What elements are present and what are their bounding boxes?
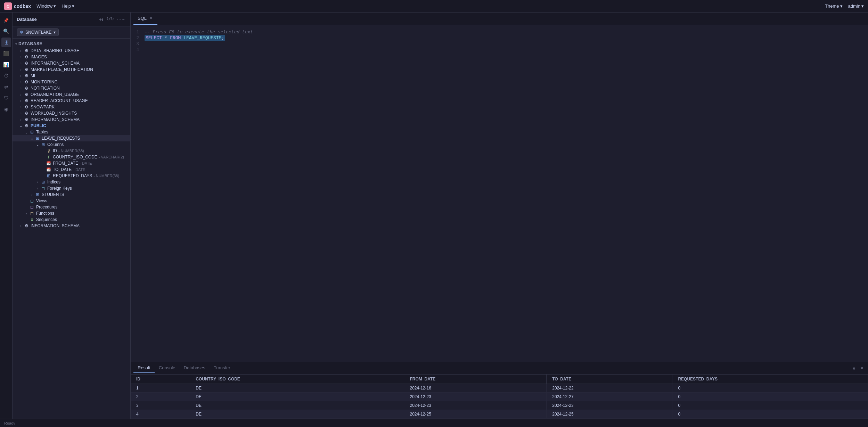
- tree-item-workload-insights[interactable]: › WORKLOAD_INSIGHTS: [13, 110, 130, 116]
- tree-item-ml[interactable]: › ML: [13, 73, 130, 79]
- tree-item-marketplace-notification[interactable]: › MARKETPLACE_NOTIFICATION: [13, 66, 130, 73]
- tree-item-label: STUDENTS: [42, 192, 64, 197]
- tree-item-columns-folder[interactable]: ⌄ ⊞ Columns: [13, 141, 130, 148]
- topbar: C codbex Window ▾ Help ▾ Theme ▾ admin ▾: [0, 0, 868, 13]
- highlighted-code: SELECT * FROM LEAVE_REQUESTS;: [145, 35, 225, 41]
- shield-icon: 🛡: [4, 95, 9, 101]
- tree-item-label: INFORMATION_SCHEMA: [31, 61, 80, 66]
- editor-line-4: 4: [131, 47, 868, 53]
- cell-country: DE: [190, 393, 404, 401]
- database-section-label: DATABASE: [18, 41, 42, 46]
- tree-item-foreign-keys-folder[interactable]: › ◻ Foreign Keys: [13, 185, 130, 191]
- columns-folder-icon: ⊞: [40, 142, 46, 147]
- cell-to-date: 2024-12-27: [547, 393, 672, 401]
- tree-item-label: Views: [36, 198, 47, 203]
- admin-menu[interactable]: admin ▾: [848, 3, 864, 9]
- nav-shield-button[interactable]: 🛡: [1, 93, 11, 103]
- tree-item-information-schema-2[interactable]: › INFORMATION_SCHEMA: [13, 116, 130, 123]
- tree-item-column-to-date[interactable]: 📅 TO_DATE - DATE: [13, 166, 130, 173]
- snowflake-connection-button[interactable]: ❄ SNOWFLAKE ▾: [17, 28, 59, 36]
- snowflake-label: SNOWFLAKE: [25, 30, 51, 35]
- tree-item-type: - NUMBER(38): [58, 149, 84, 153]
- tree-item-reader-account-usage[interactable]: › READER_ACCOUNT_USAGE: [13, 98, 130, 104]
- tabs-bar: SQL ✕: [131, 13, 868, 25]
- cell-from-date: 2024-12-25: [404, 410, 547, 419]
- window-menu[interactable]: Window ▾: [36, 3, 56, 9]
- search-icon: 🔍: [3, 28, 9, 34]
- tree-item-students[interactable]: › ⊞ STUDENTS: [13, 191, 130, 198]
- nav-pin-button[interactable]: [1, 15, 11, 25]
- database-section-header[interactable]: ▾ DATABASE: [13, 40, 130, 48]
- tree-item-images[interactable]: › IMAGES: [13, 54, 130, 60]
- topbar-menu: Window ▾ Help ▾: [36, 3, 819, 9]
- tree-item-column-country[interactable]: COUNTRY_ISO_CODE - VARCHAR(2): [13, 154, 130, 160]
- key-icon: ⚷: [46, 148, 51, 153]
- date-icon: 📅: [46, 161, 51, 166]
- tree-item-label: SNOWPARK: [31, 105, 55, 109]
- tree-item-public[interactable]: ⌄ PUBLIC: [13, 123, 130, 129]
- snowflake-selector: ❄ SNOWFLAKE ▾: [13, 26, 130, 39]
- tree-item-label: Sequences: [36, 217, 57, 222]
- tree-item-data-sharing-usage[interactable]: › DATA_SHARING_USAGE: [13, 48, 130, 54]
- tree-item-sequences-folder[interactable]: ≡ Sequences: [13, 216, 130, 223]
- tree-item-column-id[interactable]: ⚷ ID - NUMBER(38): [13, 148, 130, 154]
- tree-item-information-schema-1[interactable]: › INFORMATION_SCHEMA: [13, 60, 130, 66]
- tree-item-tables-folder[interactable]: ⌄ ⊞ Tables: [13, 129, 130, 135]
- cell-requested-days: 0: [672, 393, 868, 401]
- result-tab-console[interactable]: Console: [155, 363, 180, 373]
- tree-item-column-from-date[interactable]: 📅 FROM_DATE - DATE: [13, 160, 130, 166]
- tree-item-leave-requests[interactable]: ⌄ ⊞ LEAVE_REQUESTS: [13, 135, 130, 141]
- tree-item-label: COUNTRY_ISO_CODE: [53, 155, 97, 159]
- tab-sql[interactable]: SQL ✕: [133, 13, 157, 25]
- minimize-result-button[interactable]: ∧: [851, 365, 857, 371]
- result-tab-result[interactable]: Result: [133, 363, 155, 373]
- tree-item-organization-usage[interactable]: › ORGANIZATION_USAGE: [13, 91, 130, 98]
- tree-item-column-requested-days[interactable]: ⊞ REQUESTED_DAYS - NUMBER(38): [13, 173, 130, 179]
- help-menu[interactable]: Help ▾: [62, 3, 74, 9]
- tree-item-functions-folder[interactable]: › ◻ Functions: [13, 210, 130, 216]
- result-table: ID COUNTRY_ISO_CODE FROM_DATE TO_DATE RE…: [131, 375, 868, 419]
- chevron-right-icon: ›: [35, 187, 40, 190]
- tree-item-notification[interactable]: › NOTIFICATION: [13, 85, 130, 91]
- chevron-right-icon: ›: [18, 74, 24, 78]
- chevron-right-icon: ›: [35, 180, 40, 184]
- nav-circle-button[interactable]: ◉: [1, 104, 11, 114]
- transfer-icon: ⇄: [4, 84, 8, 90]
- tree-item-indices-folder[interactable]: › ⊞ Indices: [13, 179, 130, 185]
- tree-item-procedures-folder[interactable]: ◻ Procedures: [13, 204, 130, 210]
- cell-from-date: 2024-12-23: [404, 393, 547, 401]
- tree-item-label: INFORMATION_SCHEMA: [31, 117, 80, 122]
- tree-item-label: NOTIFICATION: [31, 86, 60, 91]
- nav-database-button[interactable]: 🗄: [1, 38, 11, 47]
- cell-requested-days: 0: [672, 401, 868, 410]
- add-connection-button[interactable]: ℹ: [98, 16, 105, 23]
- sequences-icon: ≡: [29, 217, 35, 222]
- result-tab-databases[interactable]: Databases: [180, 363, 210, 373]
- cell-requested-days: 0: [672, 410, 868, 419]
- nav-transfer-button[interactable]: ⇄: [1, 82, 11, 92]
- history-icon: ⏱: [4, 73, 9, 79]
- header-row: ID COUNTRY_ISO_CODE FROM_DATE TO_DATE RE…: [131, 375, 868, 384]
- nav-query-button[interactable]: ⬛: [1, 49, 11, 58]
- cell-requested-days: 0: [672, 384, 868, 393]
- close-result-button[interactable]: ✕: [859, 365, 865, 371]
- tree-item-views-folder[interactable]: ◻ Views: [13, 198, 130, 204]
- tree-item-type: - VARCHAR(2): [99, 155, 124, 159]
- nav-history-button[interactable]: ⏱: [1, 71, 11, 81]
- result-tab-transfer[interactable]: Transfer: [210, 363, 235, 373]
- databases-tab-label: Databases: [184, 365, 205, 370]
- editor-area[interactable]: 1 -- Press F8 to execute the selected te…: [131, 25, 868, 362]
- nav-search-button[interactable]: 🔍: [1, 26, 11, 36]
- tab-close-button[interactable]: ✕: [149, 16, 153, 21]
- tree-item-information-schema-3[interactable]: › INFORMATION_SCHEMA: [13, 223, 130, 229]
- cell-country: DE: [190, 410, 404, 419]
- hash-icon: ⊞: [46, 173, 51, 178]
- theme-menu[interactable]: Theme ▾: [825, 3, 842, 9]
- more-options-button[interactable]: ···: [116, 16, 126, 23]
- tree-item-snowpark[interactable]: › SNOWPARK: [13, 104, 130, 110]
- tree-item-monitoring[interactable]: › MONITORING: [13, 79, 130, 85]
- refresh-button[interactable]: ↻: [106, 16, 115, 23]
- nav-chart-button[interactable]: 📊: [1, 60, 11, 69]
- col-header-requested-days: REQUESTED_DAYS: [672, 375, 868, 384]
- chevron-right-icon: ›: [24, 212, 29, 215]
